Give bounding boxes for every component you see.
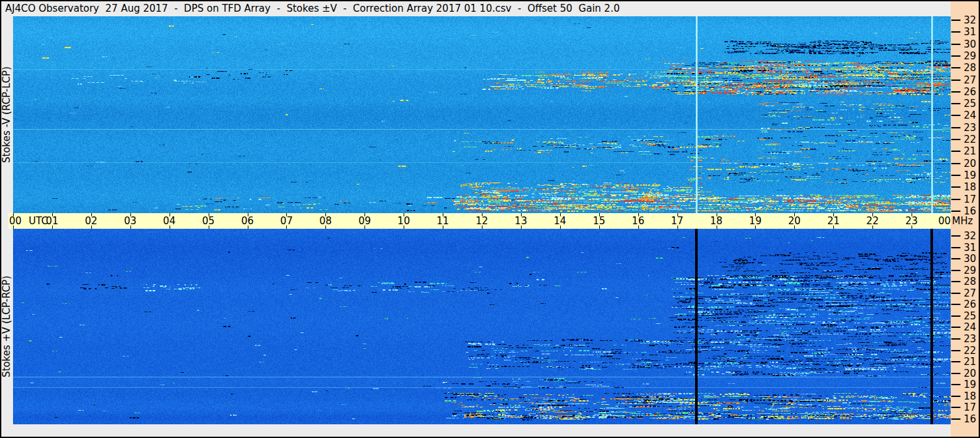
hour-label: 06 bbox=[238, 216, 258, 226]
freq-tick bbox=[951, 151, 960, 152]
freq-tick bbox=[951, 139, 960, 140]
freq-tick bbox=[951, 304, 960, 305]
freq-label: 24 bbox=[964, 322, 976, 332]
freq-label: 28 bbox=[964, 63, 976, 73]
hour-label: 10 bbox=[394, 216, 413, 226]
freq-label: 20 bbox=[964, 368, 976, 379]
hour-label: 03 bbox=[121, 216, 140, 226]
freq-label: 29 bbox=[964, 265, 976, 276]
hour-label: 15 bbox=[589, 216, 609, 226]
freq-tick bbox=[951, 396, 960, 397]
freq-tick bbox=[951, 115, 960, 116]
freq-label: 27 bbox=[964, 288, 976, 299]
freq-label: 32 bbox=[964, 15, 976, 25]
hour-label: 04 bbox=[160, 216, 179, 226]
hour-label: 07 bbox=[276, 216, 296, 226]
freq-tick bbox=[951, 327, 960, 328]
hour-label: 18 bbox=[707, 216, 726, 226]
freq-tick bbox=[951, 338, 960, 340]
hour-label: 13 bbox=[511, 216, 531, 226]
hour-label: 00 bbox=[932, 216, 951, 226]
freq-label: 19 bbox=[964, 170, 976, 181]
spectrogram-viewer: AJ4CO Observatory 27 Aug 2017 - DPS on T… bbox=[0, 0, 980, 438]
freq-label: 23 bbox=[964, 334, 976, 344]
hour-label: 17 bbox=[668, 216, 687, 226]
freq-tick bbox=[951, 127, 960, 128]
freq-label: 21 bbox=[964, 357, 976, 367]
freq-label: 27 bbox=[964, 75, 976, 85]
hour-label: 16 bbox=[629, 216, 648, 226]
time-axis: UTC 000102030405060708091011121314151617… bbox=[8, 213, 952, 229]
freq-label: 16 bbox=[964, 414, 976, 424]
hour-label: 09 bbox=[355, 216, 374, 226]
freq-tick bbox=[951, 281, 960, 282]
freq-label: 29 bbox=[964, 51, 976, 61]
freq-label: 19 bbox=[964, 379, 976, 390]
hour-label: 11 bbox=[433, 216, 453, 226]
hour-label: 19 bbox=[745, 216, 765, 226]
freq-tick bbox=[951, 270, 960, 271]
freq-tick bbox=[951, 211, 960, 212]
hour-label: 02 bbox=[82, 216, 101, 226]
hour-label: 01 bbox=[42, 216, 62, 226]
hour-label: 05 bbox=[199, 216, 218, 226]
freq-tick bbox=[951, 80, 960, 81]
freq-tick bbox=[951, 384, 960, 385]
freq-label: 18 bbox=[964, 182, 976, 192]
freq-tick bbox=[951, 67, 960, 68]
hour-label: 14 bbox=[550, 216, 570, 226]
freq-label: 25 bbox=[964, 98, 976, 109]
freq-label: 24 bbox=[964, 110, 976, 121]
freq-label: 17 bbox=[964, 402, 976, 413]
freq-tick bbox=[951, 235, 960, 237]
freq-label: 30 bbox=[964, 254, 976, 264]
freq-tick bbox=[951, 418, 960, 420]
left-axis-label-stokes-minus-v: Stokes -V (RCP-LCP) bbox=[1, 17, 12, 212]
freq-label: 30 bbox=[964, 39, 976, 50]
freq-tick bbox=[951, 91, 960, 93]
hour-label: 22 bbox=[863, 216, 882, 226]
freq-tick bbox=[951, 315, 960, 317]
freq-label: 32 bbox=[964, 231, 976, 241]
left-axis-label-stokes-plus-v: Stokes +V (LCP-RCP) bbox=[1, 229, 12, 424]
hour-label: 23 bbox=[902, 216, 921, 226]
frequency-axis: MHz 323130292827262524232221201918171632… bbox=[951, 1, 979, 437]
freq-label: 18 bbox=[964, 391, 976, 402]
hour-label: 00 bbox=[9, 216, 29, 226]
hour-label: 20 bbox=[784, 216, 804, 226]
freq-label: 16 bbox=[964, 206, 976, 216]
title-bar: AJ4CO Observatory 27 Aug 2017 - DPS on T… bbox=[5, 1, 949, 16]
freq-tick bbox=[951, 350, 960, 351]
freq-label: 21 bbox=[964, 146, 976, 156]
freq-tick bbox=[951, 361, 960, 362]
freq-tick bbox=[951, 247, 960, 248]
hour-label: 21 bbox=[824, 216, 843, 226]
freq-label: 17 bbox=[964, 194, 976, 205]
freq-tick bbox=[951, 55, 960, 57]
hour-label: 08 bbox=[316, 216, 335, 226]
freq-tick bbox=[951, 293, 960, 294]
frequency-axis-unit-label: MHz bbox=[952, 216, 973, 226]
freq-tick bbox=[951, 407, 960, 408]
freq-label: 23 bbox=[964, 123, 976, 133]
freq-label: 31 bbox=[964, 27, 976, 37]
hour-label: 12 bbox=[472, 216, 492, 226]
freq-tick bbox=[951, 20, 960, 21]
freq-label: 31 bbox=[964, 242, 976, 253]
freq-label: 22 bbox=[964, 134, 976, 145]
freq-tick bbox=[951, 175, 960, 176]
freq-tick bbox=[951, 103, 960, 104]
freq-label: 28 bbox=[964, 276, 976, 287]
freq-label: 20 bbox=[964, 158, 976, 169]
freq-label: 25 bbox=[964, 311, 976, 321]
freq-tick bbox=[951, 199, 960, 200]
freq-tick bbox=[951, 186, 960, 188]
spectrogram-panel-stokes-minus-v bbox=[13, 16, 951, 213]
freq-tick bbox=[951, 163, 960, 164]
freq-tick bbox=[951, 373, 960, 374]
freq-label: 22 bbox=[964, 345, 976, 356]
spectrogram-panel-stokes-plus-v bbox=[13, 229, 951, 424]
freq-label: 26 bbox=[964, 87, 976, 97]
freq-tick bbox=[951, 31, 960, 33]
freq-tick bbox=[951, 44, 960, 45]
